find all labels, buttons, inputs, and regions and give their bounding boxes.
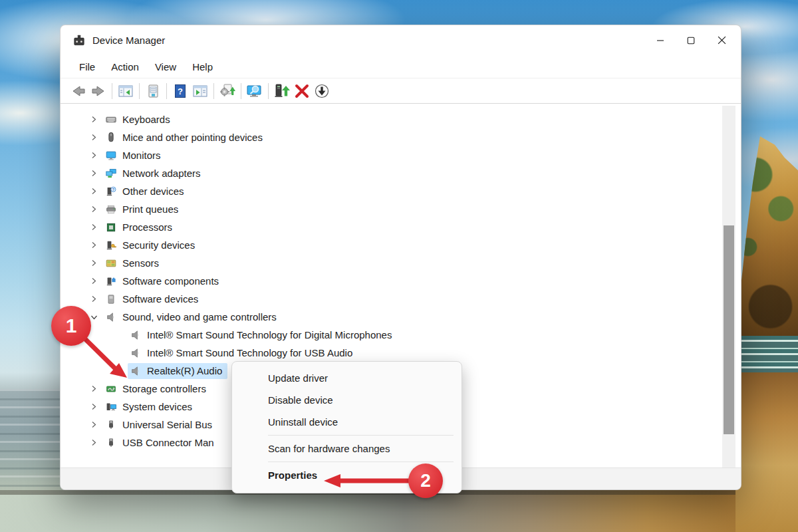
tree-item-label: Intel® Smart Sound Technology for Digita…: [147, 329, 392, 340]
wallpaper-beach: [0, 490, 735, 532]
tree-item-content[interactable]: Network adapters: [103, 166, 206, 182]
menu-separator: [268, 435, 454, 436]
tree-item-content[interactable]: Processors: [103, 219, 178, 235]
chevron-right-icon[interactable]: [88, 186, 99, 197]
svg-text:?: ?: [112, 188, 115, 192]
menu-action[interactable]: Action: [103, 59, 147, 75]
chevron-right-icon[interactable]: [88, 204, 99, 215]
scan-hardware-changes-icon[interactable]: [217, 82, 237, 100]
tree-item-other-devices[interactable]: ?Other devices: [61, 182, 728, 200]
chevron-right-icon[interactable]: [88, 132, 99, 143]
disable-device-icon[interactable]: [312, 82, 332, 100]
monitor-icon: [104, 150, 118, 162]
chevron-right-icon[interactable]: [88, 438, 99, 448]
tree-item-label: Other devices: [122, 186, 184, 197]
menu-item-scan-hardware-changes[interactable]: Scan for hardware changes: [232, 438, 462, 460]
menu-help[interactable]: Help: [184, 59, 221, 75]
tree-item-sensors[interactable]: Sensors: [61, 254, 728, 272]
remote-search-icon[interactable]: [245, 82, 265, 100]
tree-item-content[interactable]: Keyboards: [103, 112, 176, 128]
toolbar-separator: [166, 83, 167, 99]
help-icon[interactable]: ?: [170, 82, 190, 100]
close-button[interactable]: [706, 25, 737, 55]
chevron-right-icon[interactable]: [88, 114, 99, 125]
scrollbar-thumb[interactable]: [724, 225, 734, 434]
step2-badge: 2: [408, 464, 443, 498]
minimize-button[interactable]: [645, 25, 676, 55]
toolbar: ?: [61, 78, 741, 104]
tree-item-monitors[interactable]: Monitors: [61, 146, 728, 164]
tree-item-label: Monitors: [122, 150, 161, 161]
menu-item-disable-device[interactable]: Disable device: [232, 389, 462, 411]
properties-page-icon[interactable]: [143, 82, 163, 100]
window-title: Device Manager: [92, 35, 165, 46]
tree-item-label: Mice and other pointing devices: [122, 132, 263, 143]
processor-icon: [104, 221, 118, 233]
wallpaper-sea: [0, 389, 63, 493]
usb-icon: [104, 437, 118, 449]
tree-item-content[interactable]: ?Other devices: [103, 184, 190, 200]
toolbar-separator: [268, 83, 269, 99]
usb-icon: [104, 419, 118, 431]
chevron-right-icon[interactable]: [88, 150, 99, 161]
show-console-tree-icon[interactable]: [116, 82, 136, 100]
tree-item-content[interactable]: Mice and other pointing devices: [103, 130, 268, 146]
tree-item-content[interactable]: Sensors: [103, 255, 164, 271]
network-icon: [104, 168, 118, 180]
show-action-pane-icon[interactable]: [190, 82, 210, 100]
tree-item-label: Realtek(R) Audio: [147, 365, 222, 376]
update-driver-icon[interactable]: [272, 82, 292, 100]
tree-item-content[interactable]: Print queues: [103, 201, 184, 217]
uninstall-device-icon[interactable]: [292, 82, 312, 100]
chevron-right-icon[interactable]: [88, 402, 99, 412]
tree-item-content[interactable]: Intel® Smart Sound Technology for Digita…: [128, 327, 397, 343]
tree-item-software-components[interactable]: Software components: [61, 272, 728, 290]
tree-item-label: Network adapters: [122, 168, 201, 179]
tree-item-content[interactable]: USB Connector Man: [103, 435, 219, 451]
forward-icon[interactable]: [88, 82, 108, 100]
tree-item-processors[interactable]: Processors: [61, 218, 728, 236]
chevron-right-icon[interactable]: [88, 276, 99, 287]
maximize-button[interactable]: [676, 25, 706, 55]
chevron-right-icon[interactable]: [88, 168, 99, 179]
tree-item-security-devices[interactable]: Security devices: [61, 236, 728, 254]
tree-item-intel-smart-sound-technology-for-digital-microphones[interactable]: Intel® Smart Sound Technology for Digita…: [61, 326, 728, 344]
tree-item-keyboards[interactable]: Keyboards: [61, 110, 728, 128]
tree-item-content[interactable]: Security devices: [103, 237, 200, 253]
vertical-scrollbar[interactable]: [722, 106, 735, 469]
back-icon[interactable]: [68, 82, 88, 100]
tree-item-network-adapters[interactable]: Network adapters: [61, 164, 728, 182]
device-manager-app-icon: [72, 34, 86, 47]
menu-item-uninstall-device[interactable]: Uninstall device: [232, 411, 462, 433]
tree-item-label: Universal Serial Bus: [122, 419, 212, 430]
wallpaper-waves: [735, 336, 798, 377]
svg-text:?: ?: [178, 86, 183, 96]
chevron-right-icon[interactable]: [88, 258, 99, 269]
toolbar-separator: [112, 83, 112, 99]
tree-item-content[interactable]: Universal Serial Bus: [103, 417, 217, 433]
tree-item-sound-video-and-game-controllers[interactable]: Sound, video and game controllers: [61, 308, 728, 326]
tree-item-content[interactable]: Intel® Smart Sound Technology for USB Au…: [128, 345, 358, 361]
tree-item-content[interactable]: Monitors: [103, 148, 166, 164]
menu-item-update-driver[interactable]: Update driver: [232, 367, 462, 389]
tree-item-content[interactable]: Realtek(R) Audio: [128, 363, 227, 379]
toolbar-separator: [139, 83, 140, 99]
tree-item-print-queues[interactable]: Print queues: [61, 200, 728, 218]
tree-item-content[interactable]: System devices: [103, 399, 198, 415]
menubar: File Action View Help: [61, 55, 741, 78]
tree-item-label: Intel® Smart Sound Technology for USB Au…: [147, 347, 352, 358]
tree-item-label: Keyboards: [122, 114, 170, 125]
titlebar[interactable]: Device Manager: [61, 25, 741, 55]
tree-item-intel-smart-sound-technology-for-usb-audio[interactable]: Intel® Smart Sound Technology for USB Au…: [61, 344, 728, 362]
tree-item-mice-and-other-pointing-devices[interactable]: Mice and other pointing devices: [61, 128, 728, 146]
chevron-right-icon[interactable]: [88, 420, 99, 430]
menu-view[interactable]: View: [147, 59, 184, 75]
chevron-right-icon[interactable]: [88, 222, 99, 233]
menu-file[interactable]: File: [71, 59, 103, 75]
toolbar-separator: [241, 83, 241, 99]
chevron-right-icon[interactable]: [88, 240, 99, 251]
tree-item-content[interactable]: Software components: [103, 273, 224, 289]
unknown-device-icon: ?: [104, 186, 118, 198]
software-component-icon: [104, 275, 118, 287]
tree-item-software-devices[interactable]: Software devices: [61, 290, 728, 308]
